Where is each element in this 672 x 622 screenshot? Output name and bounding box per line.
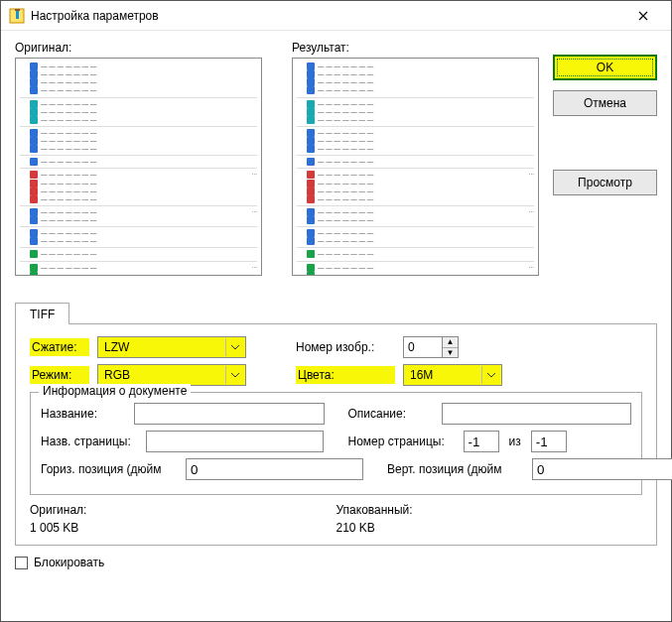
ok-button[interactable]: OK xyxy=(553,55,657,80)
page-name-label: Назв. страницы: xyxy=(41,435,140,448)
app-icon xyxy=(9,8,25,24)
chevron-down-icon xyxy=(225,366,243,384)
size-packed-value: 210 KB xyxy=(336,521,643,535)
close-button[interactable] xyxy=(623,2,663,30)
page-no-input[interactable] xyxy=(464,431,499,452)
window-title: Настройка параметров xyxy=(31,9,623,23)
hpos-label: Гориз. позиция (дюйм xyxy=(41,462,180,476)
colors-select[interactable]: 16M xyxy=(403,364,502,386)
chevron-down-icon xyxy=(225,338,243,356)
titlebar: Настройка параметров xyxy=(1,1,671,31)
image-no-value[interactable]: 0 xyxy=(403,336,443,358)
mode-value: RGB xyxy=(104,368,130,382)
colors-value: 16M xyxy=(410,368,433,382)
image-no-label: Номер изобр.: xyxy=(296,340,395,354)
tab-panel-tiff: Сжатие: LZW Номер изобр.: 0 ▲ ▼ xyxy=(15,323,657,546)
vpos-label: Верт. позиция (дюйм xyxy=(387,462,526,476)
result-preview: — — — — — — —— — — — — — —— — — — — — ——… xyxy=(292,58,539,276)
colors-label: Цвета: xyxy=(296,366,395,384)
mode-select[interactable]: RGB xyxy=(97,364,246,386)
svg-rect-2 xyxy=(15,9,20,11)
doc-desc-label: Описание: xyxy=(348,407,436,421)
size-packed-label: Упакованный: xyxy=(336,503,643,517)
doc-desc-input[interactable] xyxy=(442,403,632,425)
lock-checkbox[interactable] xyxy=(15,557,28,569)
spinner-down-icon[interactable]: ▼ xyxy=(443,348,458,358)
page-name-input[interactable] xyxy=(146,431,324,452)
mode-label: Режим: xyxy=(30,366,89,384)
page-no-label: Номер страницы: xyxy=(348,435,458,448)
svg-rect-1 xyxy=(16,10,19,19)
document-info-legend: Информация о документе xyxy=(39,384,191,398)
page-total-input[interactable] xyxy=(531,431,567,452)
hpos-input[interactable] xyxy=(186,458,363,480)
result-preview-label: Результат: xyxy=(292,41,539,55)
size-original-label: Оригинал: xyxy=(30,503,336,517)
spinner-up-icon[interactable]: ▲ xyxy=(443,337,458,348)
chevron-down-icon xyxy=(481,366,499,384)
original-preview-label: Оригинал: xyxy=(15,41,262,55)
original-preview: — — — — — — —— — — — — — —— — — — — — ——… xyxy=(15,58,262,276)
tab-tiff[interactable]: TIFF xyxy=(15,303,69,324)
image-no-spinner[interactable]: 0 ▲ ▼ xyxy=(403,336,459,358)
size-original-value: 1 005 KB xyxy=(30,521,336,535)
cancel-button[interactable]: Отмена xyxy=(553,90,657,116)
compression-label: Сжатие: xyxy=(30,338,89,356)
document-info-group: Информация о документе Название: Описани… xyxy=(30,392,642,495)
compression-select[interactable]: LZW xyxy=(97,336,246,358)
of-label: из xyxy=(509,435,521,448)
lock-label: Блокировать xyxy=(34,556,104,569)
compression-value: LZW xyxy=(104,340,129,354)
preview-button[interactable]: Просмотр xyxy=(553,170,657,195)
doc-title-input[interactable] xyxy=(134,403,325,425)
doc-title-label: Название: xyxy=(41,407,128,421)
vpos-input[interactable] xyxy=(532,458,672,480)
